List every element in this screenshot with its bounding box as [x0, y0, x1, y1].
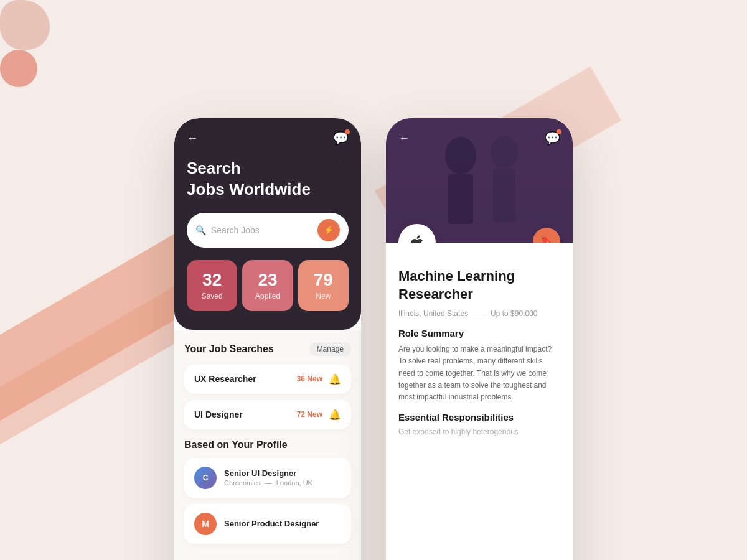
chat-icon-wrap: 💬 [333, 131, 349, 146]
back-button[interactable]: ← [187, 132, 198, 145]
magnolia-logo: M [194, 513, 217, 535]
job-search-item-ui[interactable]: UI Designer 72 New 🔔 [184, 400, 351, 429]
job-search-item-ux[interactable]: UX Researcher 36 New 🔔 [184, 365, 351, 394]
filter-icon: ⚡ [324, 225, 334, 235]
chronomics-job-sub: Chronomics — London, UK [224, 479, 341, 487]
job-searches-title: Your Job Searches [184, 343, 274, 355]
bg-decoration-2 [0, 50, 37, 87]
left-phone-body: Your Job Searches Manage UX Researcher 3… [174, 330, 361, 560]
right-phone-body: Machine Learning Researcher Illinois, Un… [386, 243, 573, 560]
stat-new-number: 79 [304, 270, 342, 290]
phone-main-title: Search Jobs Worldwide [187, 158, 349, 200]
search-icon: 🔍 [195, 225, 206, 235]
stat-saved[interactable]: 32 Saved [187, 260, 237, 311]
manage-button[interactable]: Manage [309, 342, 351, 356]
stat-applied-number: 23 [248, 270, 286, 290]
right-phone-nav: ← 💬 [398, 131, 560, 146]
right-phone: ← 💬 🔖 Machine Learning Researcher [386, 118, 573, 560]
left-phone-nav: ← 💬 [187, 131, 349, 146]
profile-section-title: Based on Your Profile [184, 439, 351, 450]
stat-new-label: New [316, 292, 331, 301]
svg-rect-4 [493, 169, 515, 222]
stat-new[interactable]: 79 New [298, 260, 349, 311]
phones-container: ← 💬 Search Jobs Worldwide 🔍 Search Jobs … [0, 87, 747, 560]
left-phone: ← 💬 Search Jobs Worldwide 🔍 Search Jobs … [174, 118, 361, 560]
profile-job-item-chronomics[interactable]: C Senior UI Designer Chronomics — London… [184, 458, 351, 498]
responsibilities-title: Essential Responsibilities [398, 412, 560, 422]
job-location: Illinois, United States [398, 309, 468, 318]
role-summary-title: Role Summary [398, 328, 560, 338]
bell-icon-ux[interactable]: 🔔 [329, 373, 341, 385]
job-search-name-ux: UX Researcher [194, 374, 256, 384]
job-searches-header: Your Job Searches Manage [184, 342, 351, 356]
role-description: Are you looking to make a meaningful imp… [398, 343, 560, 403]
stat-saved-label: Saved [202, 292, 223, 301]
stat-applied[interactable]: 23 Applied [242, 260, 293, 311]
profile-job-info-magnolia: Senior Product Designer [224, 519, 341, 528]
bg-decoration-1 [0, 0, 50, 50]
bookmark-icon: 🔖 [540, 235, 553, 243]
right-back-button[interactable]: ← [398, 132, 410, 145]
meta-separator-line [473, 314, 486, 314]
right-chat-icon-wrap: 💬 [545, 131, 560, 146]
job-search-name-ui: UI Designer [194, 409, 243, 419]
new-badge-ux: 36 New [297, 375, 322, 383]
job-search-right-ux: 36 New 🔔 [297, 373, 341, 385]
job-meta: Illinois, United States Up to $90,000 [398, 309, 560, 318]
left-phone-header: ← 💬 Search Jobs Worldwide 🔍 Search Jobs … [174, 118, 361, 330]
search-bar[interactable]: 🔍 Search Jobs ⚡ [187, 213, 349, 248]
profile-job-info-chronomics: Senior UI Designer Chronomics — London, … [224, 469, 341, 487]
filter-button[interactable]: ⚡ [317, 219, 340, 241]
right-phone-header-img: ← 💬 🔖 [386, 118, 573, 243]
job-title-main: Machine Learning Researcher [398, 268, 560, 303]
stats-row: 32 Saved 23 Applied 79 New [187, 260, 349, 311]
magnolia-job-title: Senior Product Designer [224, 519, 341, 528]
job-salary: Up to $90,000 [491, 309, 537, 318]
job-search-right-ui: 72 New 🔔 [297, 409, 341, 421]
chronomics-job-title: Senior UI Designer [224, 469, 341, 478]
bell-icon-ui[interactable]: 🔔 [329, 409, 341, 421]
search-placeholder[interactable]: Search Jobs [211, 225, 312, 235]
stat-applied-label: Applied [255, 292, 280, 301]
notification-dot [345, 129, 350, 134]
stat-saved-number: 32 [193, 270, 231, 290]
responsibilities-preview: Get exposed to highly heterogenous [398, 427, 560, 436]
new-badge-ui: 72 New [297, 410, 322, 419]
chronomics-logo: C [194, 467, 217, 489]
profile-job-item-magnolia[interactable]: M Senior Product Designer [184, 504, 351, 544]
right-notification-dot [557, 129, 561, 134]
svg-rect-2 [448, 174, 473, 224]
